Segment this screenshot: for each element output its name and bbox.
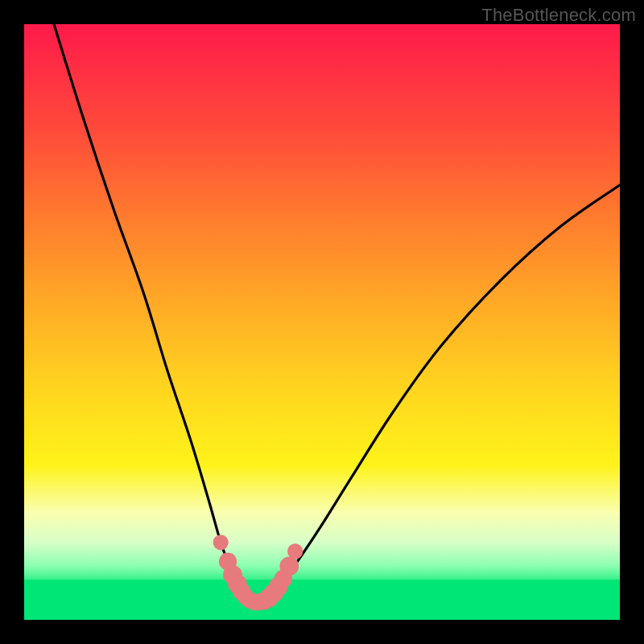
plot-area <box>24 24 620 620</box>
series-left-curve <box>54 24 250 601</box>
marker-point <box>287 543 303 559</box>
chart-frame: TheBottleneck.com <box>0 0 644 644</box>
curve-layer <box>54 24 620 602</box>
marker-point <box>279 557 299 576</box>
chart-svg <box>24 24 620 620</box>
series-right-curve <box>262 185 620 601</box>
watermark-text: TheBottleneck.com <box>481 5 636 26</box>
marker-layer <box>213 535 303 610</box>
marker-point <box>213 535 229 550</box>
